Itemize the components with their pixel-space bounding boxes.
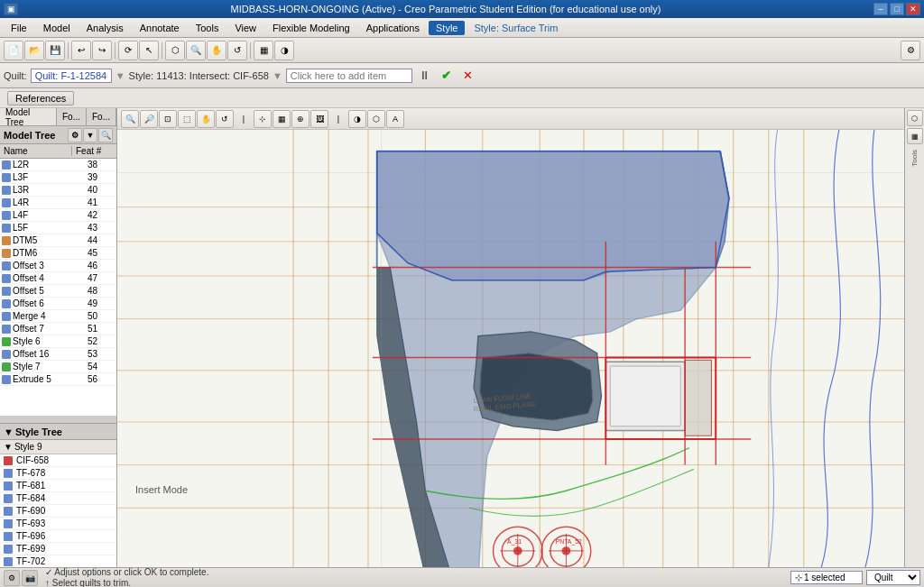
grid-button[interactable]: ▦ (273, 110, 291, 128)
display-mode-button[interactable]: ◑ (348, 110, 366, 128)
style-tree-list[interactable]: CIF-658 TF-678 TF-681 TF-684 TF-690 TF-6… (0, 454, 116, 567)
style-item[interactable]: TF-699 (0, 543, 116, 555)
style-item[interactable]: TF-684 (0, 492, 116, 505)
tree-item[interactable]: Extrude 5 56 (0, 373, 116, 386)
style-item[interactable]: TF-702 (0, 555, 116, 567)
style-item-name: TF-702 (16, 556, 45, 566)
style-item[interactable]: TF-693 (0, 518, 116, 530)
menu-annotate[interactable]: Annotate (133, 21, 187, 35)
style-item[interactable]: TF-678 (0, 467, 116, 480)
cancel-button[interactable]: ✕ (459, 67, 477, 85)
close-button[interactable]: ✕ (906, 3, 920, 15)
tree-item-name: L4F (13, 210, 74, 220)
status-hint-2: ↑ Select quilts to trim. (45, 578, 787, 587)
style-item[interactable]: TF-690 (0, 505, 116, 518)
status-icon-2[interactable]: 📷 (22, 570, 38, 586)
regenerate-button[interactable]: ⟳ (118, 41, 138, 60)
tree-item[interactable]: DTM5 44 (0, 234, 116, 247)
tree-item[interactable]: L2R 38 (0, 159, 116, 171)
style-tree-expand[interactable]: ▼ (4, 426, 14, 437)
fit-button[interactable]: ⊡ (159, 110, 177, 128)
view3d-button[interactable]: ⬡ (165, 41, 185, 60)
add-item-field[interactable] (286, 69, 412, 83)
minimize-button[interactable]: – (873, 3, 888, 15)
menu-view[interactable]: View (227, 21, 263, 35)
save-button[interactable]: 💾 (45, 41, 65, 60)
snap-button[interactable]: ⊹ (254, 110, 272, 128)
rp-button-2[interactable]: ▦ (907, 128, 923, 144)
style-item[interactable]: TF-681 (0, 480, 116, 492)
redo-button[interactable]: ↪ (92, 41, 112, 60)
annotation-button[interactable]: A (386, 110, 404, 128)
tab-model-tree[interactable]: Model Tree (0, 108, 57, 125)
menu-model[interactable]: Model (36, 21, 78, 35)
new-button[interactable]: 📄 (4, 41, 23, 60)
tree-item[interactable]: L3F 39 (0, 171, 116, 184)
tree-filter-button[interactable]: ▼ (83, 128, 97, 142)
select-button[interactable]: ↖ (139, 41, 159, 60)
rotate-vp-button[interactable]: ↺ (216, 110, 234, 128)
tree-item[interactable]: Offset 7 51 (0, 323, 116, 335)
tree-item[interactable]: Offset 6 49 (0, 298, 116, 310)
quilt-field[interactable] (31, 69, 112, 83)
tree-search-button[interactable]: 🔍 (98, 128, 113, 142)
menu-style[interactable]: Style (429, 21, 465, 35)
shading-button[interactable]: ◑ (274, 41, 294, 60)
tree-item[interactable]: Style 6 52 (0, 335, 116, 348)
orient-button[interactable]: ⊕ (291, 110, 310, 128)
tree-item[interactable]: L3R 40 (0, 184, 116, 197)
tree-item[interactable]: L4R 41 (0, 197, 116, 209)
tree-item[interactable]: L4F 42 (0, 209, 116, 222)
tree-item[interactable]: Offset 16 53 (0, 348, 116, 361)
rotate-button[interactable]: ↺ (227, 41, 247, 60)
tree-item[interactable]: Offset 5 48 (0, 285, 116, 298)
zoom-area-button[interactable]: ⬚ (178, 110, 196, 128)
rp-button-1[interactable]: ⬡ (907, 110, 923, 126)
undo-button[interactable]: ↩ (71, 41, 91, 60)
zoom-out-button[interactable]: 🔎 (140, 110, 158, 128)
tree-item[interactable]: Style 7 54 (0, 361, 116, 373)
window-controls[interactable]: – □ ✕ (873, 3, 920, 15)
references-button[interactable]: References (7, 91, 74, 105)
app-icon: ▣ (4, 3, 18, 15)
tree-settings-button[interactable]: ⚙ (68, 128, 82, 142)
style-parent-label: Style 9 (14, 442, 42, 452)
menu-surface-trim[interactable]: Style: Surface Trim (467, 21, 565, 35)
pan-button[interactable]: ✋ (207, 41, 226, 60)
ok-button[interactable]: ✔ (438, 67, 456, 85)
tree-item-feat: 52 (74, 336, 101, 346)
zoom-in-button[interactable]: 🔍 (121, 110, 139, 128)
pan-vp-button[interactable]: ✋ (197, 110, 215, 128)
filter-dropdown[interactable]: Quilt Surface Edge Vertex (866, 570, 920, 585)
datum-button[interactable]: ⬡ (367, 110, 385, 128)
style-parent-expand[interactable]: ▼ (4, 442, 13, 452)
status-icon-1[interactable]: ⚙ (4, 570, 20, 586)
menu-applications[interactable]: Applications (359, 21, 427, 35)
tree-item-feat: 44 (74, 235, 101, 245)
tree-item-feat: 46 (74, 261, 101, 271)
menu-analysis[interactable]: Analysis (79, 21, 131, 35)
view-mgr-button[interactable]: 🖼 (310, 110, 328, 128)
tab-fo2[interactable]: Fo... (87, 108, 116, 125)
model-tree-list[interactable]: L2R 38 L3F 39 L3R 40 L4R 41 L4F 42 L5F 4… (0, 159, 116, 416)
menu-file[interactable]: File (4, 21, 34, 35)
viewport[interactable]: 🔍 🔎 ⊡ ⬚ ✋ ↺ | ⊹ ▦ ⊕ 🖼 | ◑ ⬡ A (117, 108, 904, 567)
arrow2-icon: ▼ (273, 70, 282, 81)
menu-tools[interactable]: Tools (189, 21, 226, 35)
tree-item[interactable]: Offset 3 46 (0, 260, 116, 272)
tree-scrollbar[interactable] (0, 416, 116, 423)
tree-item[interactable]: Offset 4 47 (0, 272, 116, 285)
display-button[interactable]: ▦ (254, 41, 273, 60)
tree-item[interactable]: DTM6 45 (0, 247, 116, 260)
tree-item[interactable]: L5F 43 (0, 222, 116, 234)
style-item[interactable]: TF-696 (0, 530, 116, 543)
zoom-button[interactable]: 🔍 (186, 41, 206, 60)
open-button[interactable]: 📂 (24, 41, 44, 60)
tools-button[interactable]: ⚙ (901, 41, 920, 60)
tree-item[interactable]: Merge 4 50 (0, 310, 116, 323)
pause-button[interactable]: ⏸ (416, 67, 434, 85)
menu-flexible-modeling[interactable]: Flexible Modeling (265, 21, 357, 35)
tab-fo1[interactable]: Fo... (57, 108, 87, 125)
style-item[interactable]: CIF-658 (0, 454, 116, 467)
restore-button[interactable]: □ (890, 3, 904, 15)
